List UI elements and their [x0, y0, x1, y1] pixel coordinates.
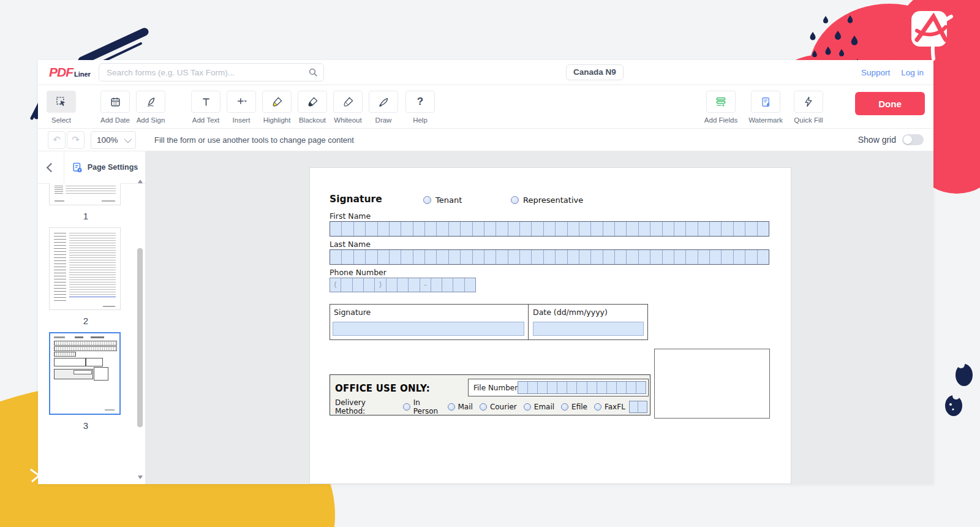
- radio-icon[interactable]: [480, 403, 487, 411]
- comb-cell[interactable]: [519, 222, 531, 236]
- comb-cell[interactable]: [519, 250, 531, 264]
- comb-cell[interactable]: [590, 222, 602, 236]
- comb-cell[interactable]: [341, 222, 353, 236]
- comb-cell[interactable]: [341, 250, 353, 264]
- comb-cell[interactable]: [757, 222, 769, 236]
- comb-cell[interactable]: [567, 382, 576, 393]
- comb-cell[interactable]: [377, 250, 389, 264]
- help-button[interactable]: ? Help: [405, 91, 435, 124]
- radio-option-fax[interactable]: Fax: [594, 403, 617, 411]
- add-sign-button[interactable]: Add Sign: [136, 91, 165, 124]
- file-number-comb-field[interactable]: [518, 381, 646, 394]
- comb-cell[interactable]: [626, 250, 638, 264]
- comb-cell[interactable]: [576, 382, 586, 393]
- comb-cell[interactable]: ): [374, 278, 385, 292]
- comb-cell[interactable]: [721, 222, 733, 236]
- comb-cell[interactable]: [547, 382, 557, 393]
- comb-cell[interactable]: [709, 250, 721, 264]
- comb-cell[interactable]: [484, 250, 496, 264]
- comb-cell[interactable]: [424, 222, 436, 236]
- scroll-down-arrow[interactable]: [138, 476, 143, 479]
- comb-cell[interactable]: [353, 222, 365, 236]
- comb-cell[interactable]: [638, 222, 650, 236]
- comb-cell[interactable]: [389, 222, 401, 236]
- comb-cell[interactable]: [614, 222, 626, 236]
- comb-cell[interactable]: [630, 401, 638, 412]
- comb-cell[interactable]: [484, 222, 496, 236]
- comb-cell[interactable]: [567, 222, 579, 236]
- comb-cell[interactable]: [674, 222, 685, 236]
- comb-cell[interactable]: [698, 250, 709, 264]
- comb-cell[interactable]: [555, 222, 567, 236]
- comb-cell[interactable]: [555, 250, 567, 264]
- comb-cell[interactable]: [698, 222, 709, 236]
- comb-cell[interactable]: [757, 250, 769, 264]
- radio-option-efile[interactable]: Efile: [561, 403, 587, 411]
- comb-cell[interactable]: [389, 250, 401, 264]
- radio-option-in-person[interactable]: In Person: [403, 398, 441, 415]
- highlight-button[interactable]: Highlight: [262, 91, 292, 124]
- comb-cell[interactable]: [650, 222, 662, 236]
- scrollbar-thumb[interactable]: [137, 248, 143, 427]
- comb-cell[interactable]: [603, 250, 614, 264]
- comb-cell[interactable]: [638, 401, 647, 412]
- comb-cell[interactable]: [685, 222, 697, 236]
- comb-cell[interactable]: [587, 382, 597, 393]
- comb-cell[interactable]: -: [420, 278, 431, 292]
- comb-cell[interactable]: [408, 278, 419, 292]
- undo-button[interactable]: ↶: [48, 131, 66, 149]
- page-settings-button[interactable]: Page Settings: [64, 151, 145, 183]
- comb-cell[interactable]: [472, 250, 484, 264]
- insert-button[interactable]: Insert: [227, 91, 256, 124]
- comb-cell[interactable]: [413, 222, 424, 236]
- comb-cell[interactable]: [330, 250, 341, 264]
- comb-cell[interactable]: [579, 250, 590, 264]
- radio-option-mail[interactable]: Mail: [448, 403, 473, 411]
- comb-cell[interactable]: [460, 250, 472, 264]
- comb-cell[interactable]: [543, 222, 555, 236]
- page-thumbnail-1[interactable]: [49, 183, 121, 205]
- comb-cell[interactable]: (: [330, 278, 341, 292]
- last-name-comb-field[interactable]: [330, 249, 769, 265]
- comb-cell[interactable]: [353, 250, 365, 264]
- representative-radio-option[interactable]: Representative: [511, 195, 583, 205]
- comb-cell[interactable]: [636, 382, 646, 393]
- page-thumbnail-2[interactable]: [49, 227, 121, 310]
- comb-cell[interactable]: [448, 222, 460, 236]
- comb-cell[interactable]: [508, 250, 519, 264]
- comb-cell[interactable]: [603, 222, 614, 236]
- blackout-button[interactable]: Blackout: [298, 91, 327, 124]
- search-input[interactable]: [99, 63, 324, 82]
- comb-cell[interactable]: [745, 222, 756, 236]
- page-thumbnail-3-selected[interactable]: [49, 332, 121, 415]
- comb-cell[interactable]: [330, 222, 341, 236]
- radio-icon[interactable]: [448, 403, 455, 411]
- comb-cell[interactable]: [590, 250, 602, 264]
- first-name-comb-field[interactable]: [330, 221, 769, 237]
- comb-cell[interactable]: [650, 250, 662, 264]
- comb-cell[interactable]: [436, 222, 448, 236]
- comb-cell[interactable]: [537, 382, 547, 393]
- representative-radio-icon[interactable]: [511, 196, 519, 204]
- comb-cell[interactable]: [662, 250, 674, 264]
- comb-cell[interactable]: [557, 382, 567, 393]
- redo-button[interactable]: ↷: [67, 131, 85, 149]
- support-link[interactable]: Support: [861, 68, 890, 77]
- comb-cell[interactable]: [508, 222, 519, 236]
- tenant-radio-icon[interactable]: [423, 196, 431, 204]
- signature-input-field[interactable]: [333, 322, 524, 336]
- comb-cell[interactable]: [431, 278, 442, 292]
- comb-cell[interactable]: [543, 250, 555, 264]
- fl-comb-field[interactable]: [629, 401, 647, 413]
- comb-cell[interactable]: [606, 382, 616, 393]
- quick-fill-button[interactable]: Quick Fill: [794, 91, 823, 124]
- comb-cell[interactable]: [401, 222, 412, 236]
- comb-cell[interactable]: [733, 250, 745, 264]
- radio-icon[interactable]: [594, 403, 601, 411]
- comb-cell[interactable]: [496, 222, 507, 236]
- comb-cell[interactable]: [496, 250, 507, 264]
- comb-cell[interactable]: [638, 250, 650, 264]
- comb-cell[interactable]: [674, 250, 685, 264]
- comb-cell[interactable]: [472, 222, 484, 236]
- select-tool-button[interactable]: Select: [47, 91, 76, 124]
